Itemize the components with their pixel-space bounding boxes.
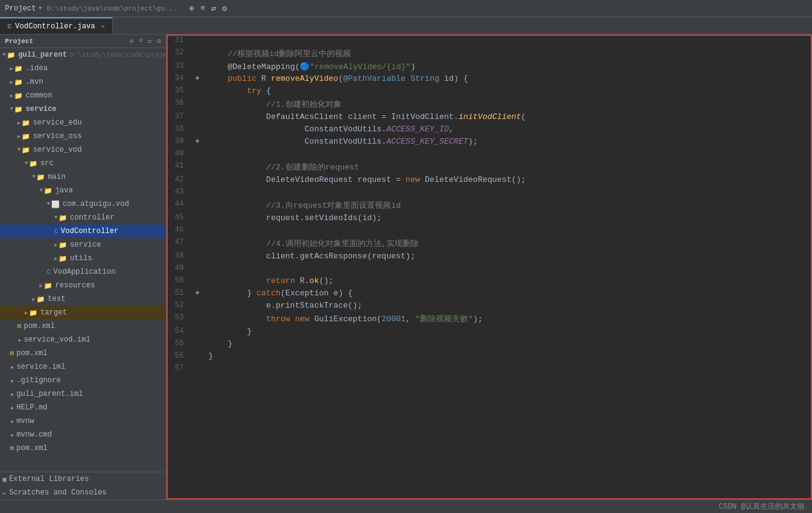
line-code: return R.ok(); [203, 275, 812, 287]
tree-item-pom-vod[interactable]: m pom.xml [0, 319, 166, 333]
sidebar-icon-gear[interactable]: ⚙ [157, 37, 161, 45]
line-number: 54 [166, 326, 191, 338]
package-icon: ⬜ [51, 200, 60, 208]
tree-item-guli-parent[interactable]: 📁 guli_parent D:\study\java\code\project… [0, 48, 166, 62]
line-code [203, 35, 812, 47]
annotation-text: @DeleteMapping( [228, 62, 300, 72]
line-code: ConstantVodUtils.ACCESS_KEY_SECRET); [203, 136, 812, 148]
tree-item-scratches[interactable]: ✏ Scratches and Consoles [0, 486, 166, 499]
tree-item-java[interactable]: 📁 java [0, 184, 166, 197]
tree-item-mvnw[interactable]: ✦ mvnw [0, 414, 166, 428]
tree-item-mvnw-cmd[interactable]: ✦ mvnw.cmd [0, 428, 166, 441]
tree-item-resources[interactable]: 📁 resources [0, 279, 166, 292]
tree-item-test[interactable]: 📁 test [0, 292, 166, 306]
tree-item-vodcontroller[interactable]: C VodController [0, 224, 166, 238]
table-row: 50 return R.ok(); [166, 275, 812, 287]
code-container[interactable]: 31 32 //根据视频id删除阿里云中的视频 33 [166, 35, 812, 499]
line-number: 51 [166, 287, 191, 300]
tree-item-help[interactable]: ✦ HELP.md [0, 401, 166, 414]
sidebar-icon-list[interactable]: ≡ [139, 37, 143, 45]
line-code: try { [203, 85, 812, 97]
tree-label-gitignore: .gitignore [17, 376, 61, 385]
icon-add[interactable]: ⊕ [189, 4, 194, 14]
icon-sync[interactable]: ⇄ [211, 4, 216, 14]
tab-label: VodController.java [15, 22, 96, 31]
gutter-breakpoint2: ● [191, 136, 203, 148]
tree-label-service2: service [70, 240, 100, 249]
kw-return: return [266, 276, 295, 285]
tree-item-main[interactable]: 📁 main [0, 170, 166, 184]
icon-list[interactable]: ≡ [200, 4, 205, 14]
gutter [191, 85, 203, 97]
line-code [203, 148, 812, 160]
tab-vodcontroller[interactable]: C VodController.java ✕ [0, 17, 113, 34]
table-row: 33 @DeleteMapping(🔵"removeAlyVideo/{id}"… [166, 60, 812, 73]
tree-item-service-edu[interactable]: 📁 service_edu [0, 116, 166, 129]
gutter [191, 326, 203, 338]
sidebar-icon-sync[interactable]: ⇄ [148, 37, 152, 45]
tree-item-pom-parent[interactable]: m pom.xml [0, 441, 166, 455]
java-file-icon: C [54, 228, 59, 235]
folder-icon-service: 📁 [14, 105, 23, 113]
line-code: } [203, 326, 812, 338]
project-menu[interactable]: Project ▼ [5, 4, 42, 13]
tree-item-target[interactable]: 📁 target [0, 306, 166, 319]
table-row: 35 try { [166, 85, 812, 97]
table-row: 34 ● public R removeAlyVideo(@PathVariab… [166, 73, 812, 85]
tree-item-service-oss[interactable]: 📁 service_oss [0, 129, 166, 143]
table-row: 39 ● ConstantVodUtils.ACCESS_KEY_SECRET)… [166, 136, 812, 148]
gutter [191, 35, 203, 47]
tree-item-guli-iml[interactable]: ✦ guli_parent.iml [0, 387, 166, 401]
line-number: 56 [166, 350, 191, 363]
param-access-key-id: ACCESS_KEY_ID [387, 125, 449, 134]
arrow-src [25, 160, 28, 166]
tree-item-utils[interactable]: 📁 utils [0, 252, 166, 265]
tree-item-pom-root[interactable]: m pom.xml [0, 347, 166, 360]
line-number: 53 [166, 312, 191, 326]
icon-settings[interactable]: ⚙ [223, 4, 228, 14]
tree-item-idea[interactable]: 📁 .idea [0, 62, 166, 75]
arrow-common [10, 92, 13, 99]
gutter [191, 47, 203, 60]
tree-item-external-libs[interactable]: ▣ External Libraries [0, 472, 166, 486]
sidebar-bottom: ▣ External Libraries ✏ Scratches and Con… [0, 472, 166, 499]
tab-close-button[interactable]: ✕ [101, 23, 105, 30]
tree-item-controller[interactable]: 📁 controller [0, 211, 166, 224]
tree-label-mvn: .mvn [25, 78, 43, 86]
tree-item-service-vod[interactable]: 📁 service_vod [0, 143, 166, 157]
tree-item-service-iml[interactable]: ✦ service.iml [0, 360, 166, 374]
tree-item-gitignore[interactable]: ✦ .gitignore [0, 374, 166, 387]
kw-string: String [411, 74, 440, 83]
table-row: 44 //3.向request对象里面设置视频id [166, 199, 812, 212]
tree-item-package[interactable]: ⬜ com.atguigu.vod [0, 197, 166, 211]
table-row: 47 //4.调用初始化对象里面的方法,实现删除 [166, 237, 812, 250]
tree-item-service-folder[interactable]: 📁 service [0, 238, 166, 252]
tree-item-vodapplication[interactable]: C VodApplication [0, 265, 166, 279]
line-number: 33 [166, 60, 191, 73]
sidebar-icon-add[interactable]: ⊕ [130, 37, 134, 45]
comment-text3: //2.创建删除的request [208, 163, 359, 172]
tree-label-service-vod: service_vod [33, 146, 81, 154]
gutter-breakpoint3: ● [191, 287, 203, 300]
top-bar-path: D:\study\java\code\project\gu... [42, 5, 177, 12]
tab-java-icon: C [7, 23, 12, 30]
arrow-service-edu [17, 120, 20, 126]
line-code: //根据视频id删除阿里云中的视频 [203, 47, 812, 60]
folder-icon-mvn: 📁 [14, 78, 23, 86]
tree-item-mvn[interactable]: 📁 .mvn [0, 75, 166, 89]
tree-item-src[interactable]: 📁 src [0, 157, 166, 170]
annotation-close: ) [411, 62, 416, 72]
tree-item-iml-vod[interactable]: ✦ service_vod.iml [0, 333, 166, 347]
tree-item-common[interactable]: 📁 common [0, 89, 166, 102]
status-bar: CSDN @认真生活的灰太狼 [0, 499, 812, 513]
string-text: "removeAlyVideo/{id}" [310, 62, 411, 72]
gutter [191, 275, 203, 287]
line-code [203, 263, 812, 275]
comment-text5: //4.调用初始化对象里面的方法,实现删除 [208, 239, 419, 248]
tree-label-service-iml: service.iml [17, 363, 65, 371]
line-number: 39 [166, 136, 191, 148]
tree-item-service[interactable]: 📁 service [0, 102, 166, 116]
folder-icon-service-vod: 📁 [22, 146, 30, 154]
tree-label-scratches: Scratches and Consoles [9, 488, 107, 497]
tree-label-service-oss: service_oss [33, 132, 81, 141]
